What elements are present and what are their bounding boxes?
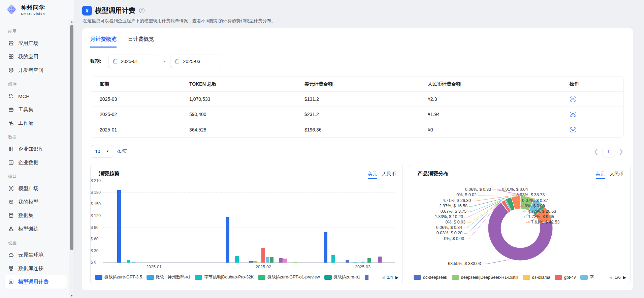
bar-2025-03[interactable] <box>378 257 382 263</box>
legend-swatch <box>147 275 154 280</box>
tab-monthly-overview[interactable]: 月计费概览 <box>90 36 117 48</box>
bar-2025-02[interactable] <box>257 262 260 263</box>
view-detail-icon <box>570 126 576 133</box>
help-icon[interactable]: ? <box>139 8 144 13</box>
donut-slice-label: 0.06%, $ 0.34 <box>436 225 462 230</box>
sidebar-item-my-model[interactable]: 我的模型 <box>5 195 67 209</box>
bar-2025-01[interactable] <box>117 190 121 263</box>
currency-cny-tab[interactable]: 人民币 <box>610 171 624 179</box>
sidebar-nav: 应用 应用广场 我的应用 开发者空间组件MCP MCP 工具集 工作流数据 企业… <box>0 19 69 298</box>
sidebar-item-grid[interactable]: 我的应用 <box>5 50 67 63</box>
bar-2025-02[interactable] <box>235 256 239 263</box>
sidebar-item-db-connect[interactable]: 数据库连接 <box>5 262 67 275</box>
enterprise-data-icon <box>8 159 14 166</box>
legend-item[interactable]: dc-deepseek <box>414 275 447 280</box>
currency-cny-tab[interactable]: 人民币 <box>382 171 396 179</box>
sidebar-item-label: 工具集 <box>18 107 33 113</box>
legend-next-icon[interactable]: ▶ <box>623 275 626 280</box>
currency-usd-tab[interactable]: 美元 <box>368 171 377 179</box>
donut-slice-label: 0%, $ 0.03 <box>445 220 465 225</box>
legend-item[interactable]: gpt-4v <box>555 275 576 280</box>
legend-item[interactable]: 微软|Azure-o1 <box>324 274 360 280</box>
legend-item[interactable]: 微软 | 神州数码-v1 <box>147 274 191 280</box>
sidebar-item-store[interactable]: 应用广场 <box>5 36 67 50</box>
donut-slice-label: 0.03%, $ 0.20 <box>437 231 462 235</box>
bar-2025-03[interactable] <box>367 258 371 263</box>
bar-2025-01[interactable] <box>123 262 126 263</box>
calendar-icon <box>112 59 118 64</box>
toolbox-icon <box>8 107 14 113</box>
legend-swatch <box>258 275 265 280</box>
legend-swatch <box>414 275 421 280</box>
bar-2025-02[interactable] <box>279 258 283 263</box>
legend-label: 微软|Azure-GPT-o1-preview <box>267 274 320 280</box>
table-row: 2025-031,070,533$131.2¥2.3 <box>91 92 623 107</box>
bar-2025-02[interactable] <box>249 261 253 263</box>
donut-slice[interactable]: 0.06%, $ 0.33 <box>521 196 521 209</box>
legend-item[interactable]: deepseek|DeepSeek-R1-Distill <box>452 275 518 280</box>
trend-legend: 微软|Azure-GPT-3.5 微软 | 神州数码-v1 字节跳动|Douba… <box>95 274 398 280</box>
tab-daily-overview[interactable]: 日计费概览 <box>128 36 154 48</box>
next-page-icon[interactable]: ❯ <box>619 149 623 154</box>
sidebar-item-billing[interactable]: 模型调用计费 <box>5 275 67 289</box>
sidebar-item-knowledge[interactable]: 企业知识库 <box>5 142 67 156</box>
legend-swatch <box>523 275 530 280</box>
bar-2025-02[interactable] <box>253 261 257 263</box>
sidebar-item-toolbox[interactable]: 工具集 <box>5 103 67 116</box>
sidebar-item-mcp[interactable]: MCP MCP <box>5 89 67 103</box>
table-cell: 590,400 <box>189 112 304 117</box>
bar-2025-03[interactable] <box>331 255 335 263</box>
scrollbar-up-icon[interactable]: ▲ <box>69 20 74 23</box>
bar-2025-03[interactable] <box>361 262 365 263</box>
range-separator: - <box>164 59 166 64</box>
bar-2025-02[interactable] <box>270 257 273 263</box>
view-bill-button[interactable] <box>570 111 577 118</box>
legend-next-icon[interactable]: ▶ <box>395 275 398 280</box>
sidebar-item-enterprise-data[interactable]: 企业数据 <box>5 156 67 169</box>
bar-2025-02[interactable] <box>294 262 297 263</box>
developer-icon <box>8 67 14 73</box>
end-month-input[interactable]: 2025-03 <box>170 55 221 68</box>
charts-row: 消费趋势 美元 人民币 $ 210$ 180$ 150$ 120$ 90$ 60… <box>90 165 631 284</box>
scrollbar-thumb[interactable] <box>70 25 73 250</box>
start-month-input[interactable]: 2025-01 <box>108 55 159 68</box>
bar-2025-03[interactable] <box>324 232 327 263</box>
bar-2025-03[interactable] <box>353 262 357 263</box>
sidebar-item-workflow[interactable]: 工作流 <box>5 116 67 130</box>
currency-usd-tab[interactable]: 美元 <box>596 171 605 179</box>
bar-2025-02[interactable] <box>226 217 229 263</box>
brand-logo-icon <box>5 3 18 16</box>
donut-slice-label: 68.55%, $ 383.03 <box>448 261 481 266</box>
legend-item[interactable]: 字 <box>580 274 594 280</box>
legend-item[interactable]: ds-ollama <box>523 275 550 280</box>
current-page-button[interactable]: 1 <box>603 146 615 157</box>
bar-2025-02[interactable] <box>261 248 265 263</box>
sidebar-item-model-plaza[interactable]: 模型广场 <box>5 182 67 195</box>
view-bill-button[interactable] <box>570 126 577 133</box>
bar-2025-01[interactable] <box>127 260 130 263</box>
bar-2025-02[interactable] <box>266 257 269 263</box>
bar-2025-01[interactable] <box>132 262 135 263</box>
view-bill-button[interactable] <box>570 95 577 103</box>
sidebar-item-training[interactable]: 模型训练 <box>5 222 67 236</box>
bar-2025-03[interactable] <box>346 260 349 263</box>
legend-item[interactable] <box>365 275 371 280</box>
donut-slice-label: 1.73%, $ 9.65 <box>528 214 554 219</box>
grid-icon <box>8 54 14 60</box>
gridline <box>103 192 395 193</box>
prev-page-icon[interactable]: ❮ <box>594 149 599 154</box>
donut-chart[interactable]: 0.01%, $ 0.046.93%, $ 38.730.07%, $ 0.37… <box>409 179 631 270</box>
scrollbar-down-icon[interactable]: ▼ <box>69 294 74 297</box>
sidebar-scrollbar[interactable]: ▲ ▼ <box>69 20 74 298</box>
legend-item[interactable]: 字节跳动|Doubao-Pro-32K <box>195 274 254 280</box>
legend-prev-icon[interactable]: ◀ <box>381 275 384 280</box>
legend-item[interactable]: 微软|Azure-GPT-o1-preview <box>258 274 320 280</box>
legend-prev-icon[interactable]: ◀ <box>609 275 612 280</box>
bar-2025-02[interactable] <box>283 259 287 263</box>
sidebar-item-cloud[interactable]: 云原生环境 <box>5 248 67 262</box>
sidebar-item-dataset[interactable]: 数据集 <box>5 209 67 222</box>
page-size-select[interactable]: 10 ▼ <box>91 145 113 158</box>
legend-item[interactable]: 微软|Azure-GPT-3.5 <box>95 274 142 280</box>
mcp-icon: MCP <box>8 93 14 99</box>
sidebar-item-developer[interactable]: 开发者空间 <box>5 63 67 77</box>
